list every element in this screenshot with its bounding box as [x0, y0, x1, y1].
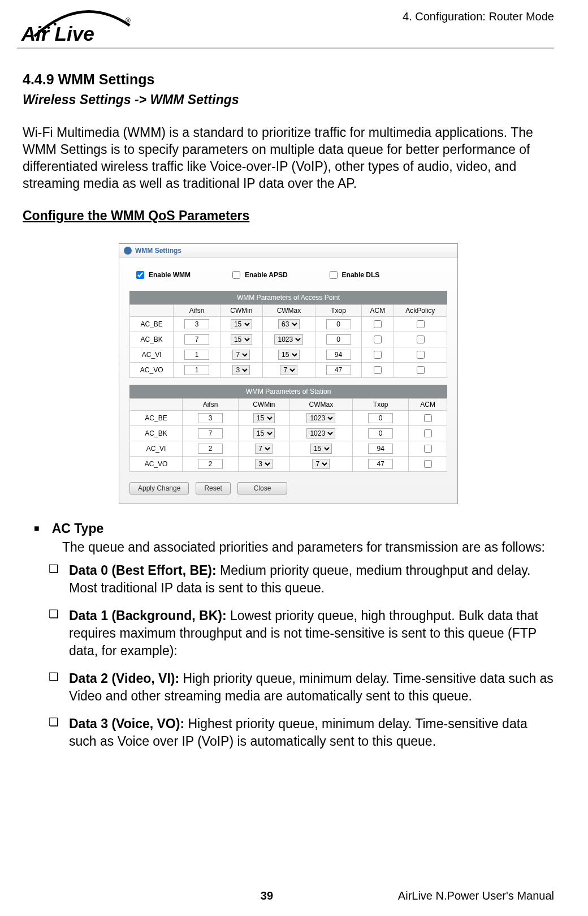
manual-name: AirLive N.Power User's Manual — [398, 889, 554, 902]
txop-input[interactable] — [368, 428, 393, 438]
reset-button[interactable]: Reset — [196, 482, 230, 494]
table-header-row: Aifsn CWMin CWMax Txop ACM — [130, 398, 447, 410]
acm-checkbox[interactable] — [374, 320, 382, 328]
cwmax-select[interactable]: 15 — [278, 350, 300, 360]
section-path: Wireless Settings -> WMM Settings — [23, 92, 554, 107]
aifsn-input[interactable] — [198, 444, 223, 454]
aifsn-input[interactable] — [184, 319, 209, 329]
ac-type-title: AC Type — [52, 521, 104, 536]
hollow-square-bullet-icon: ❏ — [49, 562, 59, 597]
header-breadcrumb: 4. Configuration: Router Mode — [403, 10, 554, 23]
cwmax-select[interactable]: 1023 — [274, 334, 303, 345]
cwmax-select[interactable]: 7 — [312, 459, 330, 469]
cwmax-select[interactable]: 7 — [280, 365, 297, 375]
page-number: 39 — [136, 889, 398, 902]
enable-apsd-label: Enable APSD — [245, 271, 288, 279]
cwmax-select[interactable]: 15 — [310, 444, 332, 454]
txop-input[interactable] — [368, 413, 393, 423]
list-item: ❏ Data 0 (Best Effort, BE): Medium prior… — [49, 562, 554, 597]
header-divider — [17, 48, 554, 49]
cwmax-select[interactable]: 1023 — [306, 413, 335, 423]
enable-apsd-checkbox[interactable]: Enable APSD — [230, 269, 288, 281]
ackpolicy-checkbox[interactable] — [417, 320, 425, 328]
station-params-caption: WMM Parameters of Station — [129, 385, 447, 398]
svg-text:Air Live: Air Live — [21, 23, 94, 45]
acm-checkbox[interactable] — [424, 445, 432, 453]
txop-input[interactable] — [368, 444, 393, 454]
acm-checkbox[interactable] — [374, 366, 382, 374]
hollow-square-bullet-icon: ❏ — [49, 715, 59, 750]
cwmin-select[interactable]: 7 — [255, 444, 273, 454]
section-title: 4.4.9 WMM Settings — [23, 71, 554, 88]
ackpolicy-checkbox[interactable] — [417, 366, 425, 374]
ackpolicy-checkbox[interactable] — [417, 351, 425, 359]
table-row: AC_VI 7 15 — [130, 441, 447, 456]
table-row: AC_BK 15 1023 — [130, 425, 447, 441]
table-row: AC_VO 3 7 — [130, 362, 447, 377]
table-header-row: Aifsn CWMin CWMax Txop ACM AckPolicy — [130, 304, 447, 316]
txop-input[interactable] — [326, 350, 351, 360]
table-row: AC_VI 7 15 — [130, 347, 447, 362]
enable-dls-label: Enable DLS — [342, 271, 380, 279]
enable-wmm-checkbox[interactable]: Enable WMM — [134, 269, 191, 281]
txop-input[interactable] — [326, 365, 351, 375]
table-row: AC_BE 15 63 — [130, 316, 447, 332]
cwmin-select[interactable]: 3 — [232, 365, 250, 375]
enable-apsd-input[interactable] — [232, 271, 240, 279]
close-button[interactable]: Close — [237, 482, 288, 494]
hollow-square-bullet-icon: ❏ — [49, 607, 59, 660]
acm-checkbox[interactable] — [374, 336, 382, 343]
txop-input[interactable] — [326, 334, 351, 345]
ap-params-table: WMM Parameters of Access Point Aifsn CWM… — [129, 291, 447, 378]
list-item: ❏ Data 1 (Background, BK): Lowest priori… — [49, 607, 554, 660]
table-row: AC_BE 15 1023 — [130, 410, 447, 425]
panel-title-text: WMM Settings — [135, 247, 181, 255]
enable-wmm-label: Enable WMM — [149, 271, 191, 279]
panel-title-bar: WMM Settings — [119, 244, 457, 258]
airlive-logo-icon: Air Live ® — [17, 6, 147, 45]
aifsn-input[interactable] — [198, 413, 223, 423]
square-bullet-icon: ■ — [34, 524, 40, 533]
aifsn-input[interactable] — [184, 365, 209, 375]
enable-dls-input[interactable] — [330, 271, 338, 279]
ap-params-caption: WMM Parameters of Access Point — [129, 291, 447, 304]
enable-wmm-input[interactable] — [136, 271, 144, 279]
cwmax-select[interactable]: 63 — [278, 319, 300, 329]
list-item: ❏ Data 3 (Voice, VO): Highest priority q… — [49, 715, 554, 750]
aifsn-input[interactable] — [184, 350, 209, 360]
ackpolicy-checkbox[interactable] — [417, 336, 425, 343]
acm-checkbox[interactable] — [424, 460, 432, 468]
cwmin-select[interactable]: 15 — [231, 319, 252, 329]
ac-type-section: ■ AC Type The queue and associated prior… — [23, 521, 554, 750]
station-params-table: WMM Parameters of Station Aifsn CWMin CW… — [129, 385, 447, 472]
acm-checkbox[interactable] — [374, 351, 382, 359]
apply-change-button[interactable]: Apply Change — [129, 482, 189, 494]
txop-input[interactable] — [326, 319, 351, 329]
cwmin-select[interactable]: 3 — [255, 459, 273, 469]
enable-dls-checkbox[interactable]: Enable DLS — [327, 269, 380, 281]
section-paragraph: Wi-Fi Multimedia (WMM) is a standard to … — [23, 124, 554, 192]
cwmin-select[interactable]: 7 — [232, 350, 250, 360]
cwmin-select[interactable]: 15 — [253, 428, 275, 438]
panel-title-icon — [124, 247, 132, 255]
aifsn-input[interactable] — [198, 428, 223, 438]
wmm-settings-panel: WMM Settings Enable WMM Enable APSD Enab… — [119, 243, 458, 504]
cwmax-select[interactable]: 1023 — [306, 428, 335, 438]
page-footer: 39 AirLive N.Power User's Manual — [0, 889, 588, 902]
table-row: AC_VO 3 7 — [130, 456, 447, 471]
acm-checkbox[interactable] — [424, 429, 432, 437]
cwmin-select[interactable]: 15 — [231, 334, 252, 345]
ac-type-intro: The queue and associated priorities and … — [62, 539, 554, 556]
acm-checkbox[interactable] — [424, 414, 432, 422]
aifsn-input[interactable] — [198, 459, 223, 469]
aifsn-input[interactable] — [184, 334, 209, 345]
hollow-square-bullet-icon: ❏ — [49, 670, 59, 705]
txop-input[interactable] — [368, 459, 393, 469]
configure-heading: Configure the WMM QoS Parameters — [23, 208, 249, 223]
cwmin-select[interactable]: 15 — [253, 413, 275, 423]
list-item: ❏ Data 2 (Video, VI): High priority queu… — [49, 670, 554, 705]
svg-text:®: ® — [126, 17, 131, 25]
table-row: AC_BK 15 1023 — [130, 332, 447, 347]
